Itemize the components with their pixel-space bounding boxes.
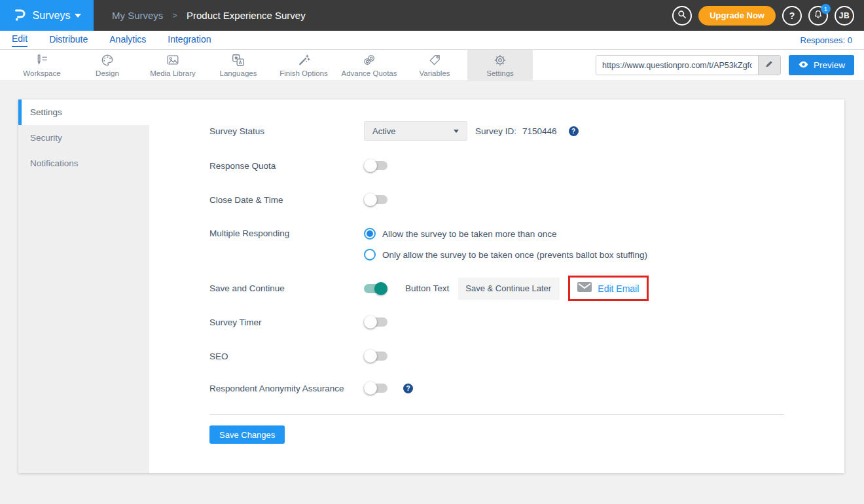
app-window: Surveys My Surveys > Product Experience …: [0, 0, 864, 504]
multiple-responding-label: Multiple Responding: [209, 227, 364, 238]
primary-nav: Edit Distribute Analytics Integration Re…: [0, 31, 864, 50]
section-divider: [209, 414, 784, 415]
anonymity-row: Respondent Anonymity Assurance ?: [209, 382, 844, 395]
edit-url-button[interactable]: [758, 56, 780, 75]
edit-toolbar: Workspace Design: [0, 50, 864, 81]
search-icon: [677, 9, 687, 22]
user-avatar[interactable]: JB: [835, 6, 854, 26]
seo-row: SEO: [209, 350, 844, 363]
search-button[interactable]: [672, 6, 692, 26]
tab-integration[interactable]: Integration: [168, 34, 211, 46]
variables-tag-icon: [427, 53, 442, 67]
seo-label: SEO: [209, 351, 364, 361]
anonymity-label: Respondent Anonymity Assurance: [209, 384, 364, 393]
close-date-toggle[interactable]: [364, 195, 387, 204]
avatar-initials: JB: [839, 11, 850, 20]
survey-url-input[interactable]: [596, 56, 758, 75]
toolbar-item-media-library[interactable]: Media Library: [140, 50, 206, 81]
edit-email-label: Edit Email: [598, 283, 639, 294]
breadcrumb: My Surveys > Product Experience Survey: [112, 10, 306, 21]
top-header: Surveys My Surveys > Product Experience …: [0, 0, 864, 31]
eye-icon: [798, 60, 809, 71]
notification-badge: 1: [821, 4, 831, 14]
toggle-knob: [364, 382, 377, 395]
pencil-icon: [765, 60, 774, 71]
settings-sidebar: Settings Security Notifications: [18, 99, 149, 473]
responses-count: Responses: 0: [801, 35, 853, 45]
toolbar-item-workspace[interactable]: Workspace: [9, 50, 75, 81]
response-quota-label: Response Quota: [209, 161, 364, 171]
questionpro-logo-icon: [12, 7, 28, 25]
design-palette-icon: [100, 53, 115, 67]
breadcrumb-separator-icon: >: [172, 10, 177, 20]
toolbar-item-settings[interactable]: Settings: [467, 50, 533, 81]
product-name: Surveys: [33, 10, 71, 22]
button-text-label: Button Text: [405, 283, 449, 293]
question-mark-icon: ?: [789, 10, 795, 21]
response-quota-row: Response Quota: [209, 159, 844, 172]
sidebar-item-settings[interactable]: Settings: [18, 99, 149, 125]
tab-analytics[interactable]: Analytics: [109, 34, 146, 46]
upgrade-now-button[interactable]: Upgrade Now: [698, 6, 776, 26]
survey-url-box: [596, 55, 781, 75]
survey-timer-toggle[interactable]: [364, 317, 387, 327]
response-quota-toggle[interactable]: [364, 161, 387, 170]
tab-distribute[interactable]: Distribute: [49, 34, 88, 46]
languages-icon: [231, 53, 245, 67]
toggle-knob: [364, 315, 377, 329]
radio-selected-icon[interactable]: [364, 228, 376, 240]
finish-options-wand-icon: [297, 53, 311, 67]
multiple-option-once[interactable]: Only allow the survey to be taken once (…: [364, 248, 647, 261]
anonymity-toggle[interactable]: [364, 384, 387, 393]
toolbar-item-variables[interactable]: Variables: [402, 50, 467, 81]
tab-edit[interactable]: Edit: [12, 33, 27, 47]
multiple-responding-options: Allow the survey to be taken more than o…: [364, 227, 647, 261]
page-title: Product Experience Survey: [187, 10, 306, 21]
envelope-icon: [577, 282, 592, 295]
survey-status-row: Survey Status Active Survey ID: 7150446 …: [209, 121, 844, 141]
sidebar-item-notifications[interactable]: Notifications: [18, 151, 149, 176]
multiple-responding-row: Multiple Responding Allow the survey to …: [209, 227, 844, 261]
toggle-knob: [364, 193, 377, 206]
save-continue-row: Save and Continue Button Text Edit Email: [209, 275, 844, 302]
toolbar-item-advance-quotas[interactable]: Advance Quotas: [336, 50, 402, 81]
chevron-down-icon: [75, 14, 81, 18]
dropdown-caret-icon: [454, 130, 459, 133]
edit-email-button[interactable]: Edit Email: [568, 276, 649, 301]
close-date-label: Close Date & Time: [209, 195, 364, 205]
media-library-icon: [166, 53, 180, 67]
toggle-knob: [364, 350, 377, 363]
survey-url-group: Preview: [596, 55, 864, 75]
survey-status-dropdown[interactable]: Active: [364, 121, 467, 141]
save-changes-button[interactable]: Save Changes: [209, 425, 285, 444]
survey-id-help-icon[interactable]: ?: [569, 126, 579, 136]
sidebar-item-security[interactable]: Security: [18, 125, 149, 151]
settings-card: Settings Security Notifications Survey S…: [18, 99, 844, 473]
survey-id-value: 7150446: [522, 126, 557, 136]
header-actions: Upgrade Now ? 1 JB: [672, 6, 864, 26]
multiple-option-allow[interactable]: Allow the survey to be taken more than o…: [364, 227, 647, 240]
toolbar-item-finish-options[interactable]: Finish Options: [271, 50, 336, 81]
save-continue-label: Save and Continue: [209, 283, 364, 293]
product-switcher[interactable]: Surveys: [0, 0, 94, 31]
anonymity-help-icon[interactable]: ?: [403, 384, 413, 393]
seo-toggle[interactable]: [364, 351, 387, 361]
preview-button[interactable]: Preview: [789, 55, 854, 75]
save-continue-toggle[interactable]: [364, 284, 387, 293]
workspace-icon: [35, 53, 49, 67]
radio-unselected-icon[interactable]: [364, 249, 376, 261]
survey-timer-label: Survey Timer: [209, 317, 364, 327]
toolbar-item-languages[interactable]: Languages: [206, 50, 271, 81]
close-date-row: Close Date & Time: [209, 193, 844, 206]
button-text-input[interactable]: [458, 278, 560, 300]
toggle-knob: [364, 159, 377, 172]
help-button[interactable]: ?: [782, 6, 802, 26]
notifications-button[interactable]: 1: [808, 6, 828, 26]
settings-panel: Survey Status Active Survey ID: 7150446 …: [149, 99, 844, 473]
toolbar-item-design[interactable]: Design: [75, 50, 140, 81]
survey-timer-row: Survey Timer: [209, 315, 844, 329]
settings-gear-icon: [493, 53, 507, 67]
survey-status-label: Survey Status: [209, 126, 364, 136]
breadcrumb-my-surveys[interactable]: My Surveys: [112, 10, 163, 21]
survey-id-label: Survey ID:: [475, 126, 516, 136]
